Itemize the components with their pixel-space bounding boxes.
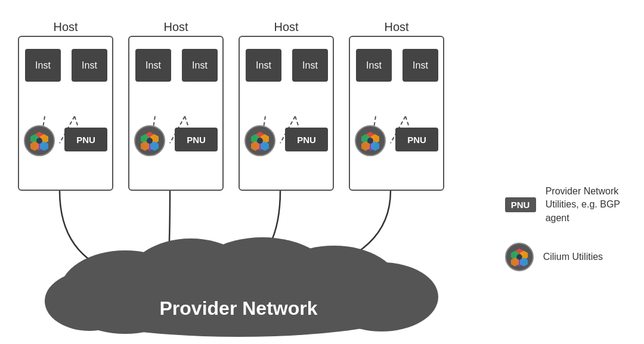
inst-box-3a: Inst	[246, 49, 281, 82]
svg-point-18	[36, 138, 42, 144]
pnu-box-1: PNU	[64, 128, 107, 151]
svg-text:Provider Network: Provider Network	[160, 297, 318, 319]
svg-point-54	[516, 254, 522, 259]
host-label-3: Host	[274, 20, 298, 34]
cilium-1	[24, 125, 55, 156]
legend: PNU Provider NetworkUtilities, e.g. BGPa…	[505, 185, 620, 289]
inst-box-2a: Inst	[135, 49, 171, 82]
host-label-2: Host	[163, 20, 188, 34]
cloud-shape: Provider Network	[36, 233, 441, 339]
host-box-2: Host Inst Inst PNU	[128, 36, 224, 191]
inst-box-2b: Inst	[182, 49, 218, 82]
legend-pnu-row: PNU Provider NetworkUtilities, e.g. BGPa…	[505, 185, 620, 225]
legend-cilium-icon	[505, 243, 534, 271]
inst-box-1b: Inst	[72, 49, 107, 82]
host-box-3: Host Inst Inst PNU	[239, 36, 334, 191]
inst-box-3b: Inst	[292, 49, 328, 82]
svg-point-46	[45, 271, 134, 331]
pnu-box-3: PNU	[285, 128, 328, 151]
pnu-box-4: PNU	[395, 128, 438, 151]
cilium-4	[355, 125, 386, 156]
cilium-2	[134, 125, 165, 156]
svg-point-25	[147, 138, 153, 144]
legend-cilium-row: Cilium Utilities	[505, 243, 620, 271]
svg-point-32	[257, 138, 263, 144]
svg-point-45	[325, 262, 438, 331]
inst-box-4b: Inst	[402, 49, 438, 82]
host-label-1: Host	[53, 20, 78, 34]
cilium-3	[244, 125, 275, 156]
host-box-4: Host Inst Inst PNU	[349, 36, 444, 191]
legend-pnu-box: PNU	[505, 197, 536, 212]
legend-pnu-text: Provider NetworkUtilities, e.g. BGPagent	[546, 185, 620, 225]
legend-cilium-text: Cilium Utilities	[543, 250, 603, 264]
host-label-4: Host	[384, 20, 408, 34]
inst-box-1a: Inst	[25, 49, 61, 82]
diagram-container: Host Inst Inst PNU Host In	[0, 0, 644, 344]
host-box-1: Host Inst Inst PNU	[18, 36, 113, 191]
inst-box-4a: Inst	[356, 49, 392, 82]
pnu-box-2: PNU	[175, 128, 218, 151]
svg-point-39	[367, 138, 373, 144]
